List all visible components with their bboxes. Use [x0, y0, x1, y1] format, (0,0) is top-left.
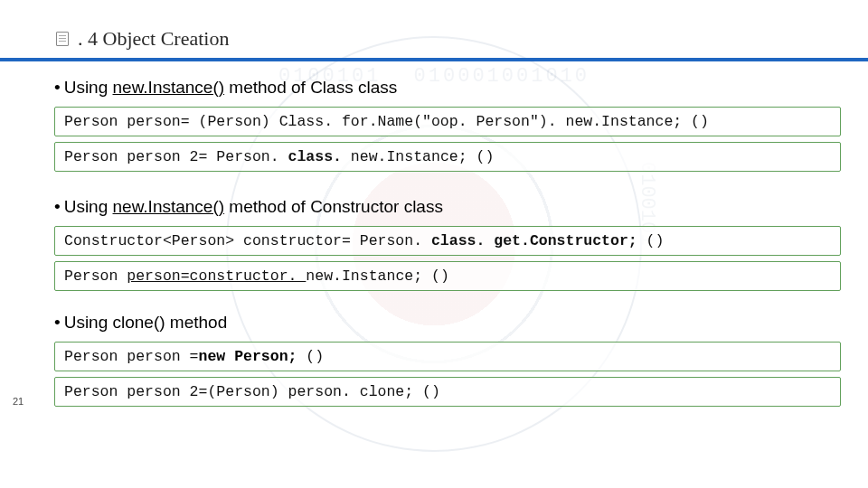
section-clone: •Using clone() method Person person =new… — [0, 300, 868, 416]
title-main: Object Creation — [103, 27, 230, 50]
slide-title-row: . 4 Object Creation — [0, 0, 868, 58]
code-text: Person — [64, 267, 127, 285]
code-text-bold: class. — [288, 148, 351, 165]
code-box: Person person =new Person; () — [54, 342, 841, 371]
code-text: () — [646, 232, 665, 249]
section-class-newinstance: •Using new.Instance() method of Class cl… — [0, 61, 868, 181]
bullet-glyph: • — [54, 197, 61, 216]
code-text: Person person= (Person) Class. for.Name(… — [64, 113, 709, 130]
section-heading: •Using new.Instance() method of Class cl… — [54, 78, 841, 98]
code-text: new.Instance; () — [351, 148, 494, 165]
code-text-bold: new Person; — [199, 348, 307, 365]
code-box: Person person 2=(Person) person. clone; … — [54, 377, 841, 407]
slide-title: . 4 Object Creation — [78, 27, 229, 51]
bullet-glyph: • — [54, 78, 61, 97]
code-text-bold: class. get.Constructor; — [431, 232, 646, 249]
bullet-glyph: • — [54, 313, 61, 332]
heading-pre: Using — [64, 78, 113, 97]
slide-content: . 4 Object Creation •Using new.Instance(… — [0, 0, 868, 416]
heading-underlined: new.Instance() — [113, 197, 225, 216]
slide-number: 21 — [13, 396, 24, 407]
heading-post: method of Constructor class — [224, 197, 443, 216]
code-text: Constructor<Person> constructor= Person. — [64, 232, 431, 249]
code-text: () — [306, 348, 324, 365]
heading-underlined: new.Instance() — [113, 78, 225, 97]
document-icon — [56, 32, 69, 46]
code-text: Person person 2= Person. — [64, 148, 288, 165]
section-heading: •Using clone() method — [54, 313, 841, 333]
heading-pre: Using clone() method — [64, 313, 228, 332]
code-text-underlined: person=constructor. — [127, 267, 306, 285]
code-box: Person person=constructor. new.Instance;… — [54, 261, 841, 291]
code-text: Person person = — [64, 348, 199, 365]
section-constructor-newinstance: •Using new.Instance() method of Construc… — [0, 181, 868, 300]
heading-post: method of Class class — [224, 78, 397, 97]
code-box: Person person= (Person) Class. for.Name(… — [54, 107, 841, 136]
code-box: Person person 2= Person. class. new.Inst… — [54, 142, 841, 172]
heading-pre: Using — [64, 197, 113, 216]
title-prefix: . 4 — [78, 27, 98, 50]
code-text: new.Instance; () — [306, 267, 448, 285]
section-heading: •Using new.Instance() method of Construc… — [54, 197, 841, 217]
code-text: Person person 2=(Person) person. clone; … — [64, 383, 440, 400]
code-box: Constructor<Person> constructor= Person.… — [54, 226, 841, 256]
